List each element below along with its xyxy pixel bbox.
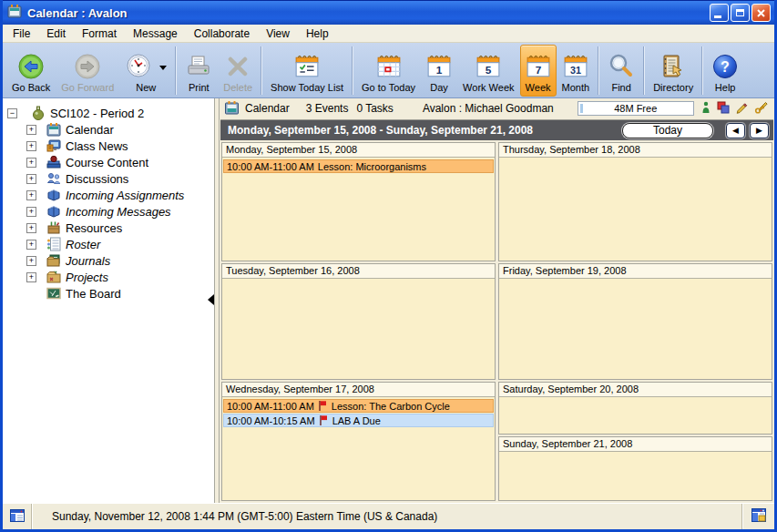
application-window: Calendar : Avalon File Edit Format Messa… <box>0 0 777 532</box>
sidebar-item-projects[interactable]: + Projects <box>3 269 214 285</box>
close-button[interactable] <box>751 4 771 22</box>
events-count: 3 Events <box>306 102 349 115</box>
day-body[interactable] <box>499 158 772 261</box>
week-grid: Monday, September 15, 2008 10:00 AM-11:0… <box>220 140 774 503</box>
titlebar: Calendar : Avalon <box>3 0 774 25</box>
day-body[interactable]: 10:00 AM-11:00 AM Lesson: Microorganisms <box>222 158 495 261</box>
menu-file[interactable]: File <box>5 26 38 42</box>
sidebar-tree: − SCI102 - Period 2 + <box>3 98 214 503</box>
person-status-icon[interactable] <box>701 101 711 117</box>
day-body[interactable] <box>499 452 772 500</box>
key-pencil-icon[interactable] <box>754 100 769 117</box>
work-week-view-button[interactable]: 5 Work Week <box>457 45 519 97</box>
expand-toggle[interactable]: + <box>26 190 36 200</box>
week-view-button[interactable]: 7 Week <box>520 45 557 97</box>
menubar: File Edit Format Message Collaborate Vie… <box>3 25 774 43</box>
day-view-button[interactable]: 1 Day <box>421 45 457 97</box>
event[interactable]: 10:00 AM-11:00 AM Lesson: Microorganisms <box>223 159 494 173</box>
day-cell-saturday[interactable]: Saturday, September 20, 2008 <box>498 382 772 435</box>
show-today-list-button[interactable]: Show Today List <box>265 45 349 97</box>
sidebar-item-roster[interactable]: + Roster <box>3 236 214 252</box>
svg-text:1: 1 <box>436 64 443 77</box>
pencil-icon[interactable] <box>736 101 748 117</box>
event[interactable]: 10:00 AM-11:00 AM Lesson: The Carbon Cyc… <box>223 399 494 413</box>
collapse-toggle[interactable]: − <box>7 108 17 118</box>
expand-toggle[interactable]: + <box>26 158 36 168</box>
sidebar-item-incoming-messages[interactable]: + Incoming Messages <box>3 203 214 220</box>
next-week-button[interactable]: ▶ <box>750 123 769 138</box>
sidebar-item-label: Journals <box>66 254 110 268</box>
sidebar-item-journals[interactable]: + Journals <box>3 252 214 269</box>
previous-week-button[interactable]: ◀ <box>726 123 745 138</box>
menu-message[interactable]: Message <box>125 26 186 42</box>
sidebar-item-the-board[interactable]: The Board <box>3 285 214 302</box>
event[interactable]: 10:00 AM-10:15 AM LAB A Due <box>223 414 494 427</box>
books-icon <box>46 155 61 169</box>
new-button[interactable]: New <box>119 45 172 97</box>
delete-button[interactable]: Delete <box>218 45 258 97</box>
split-view-icon[interactable] <box>751 508 766 525</box>
sidebar-item-label: Roster <box>66 238 100 251</box>
toolbar-separator <box>643 46 645 95</box>
sidebar-splitter[interactable] <box>214 98 220 503</box>
help-button[interactable]: ? Help <box>706 45 744 97</box>
expand-toggle[interactable]: + <box>26 256 36 266</box>
new-dropdown-caret-icon[interactable] <box>159 66 167 74</box>
print-icon <box>185 51 212 82</box>
collapse-sidebar-handle-icon[interactable] <box>208 294 214 305</box>
sidebar-item-course-content[interactable]: + Course Content <box>3 154 214 170</box>
menu-help[interactable]: Help <box>298 26 337 42</box>
sidebar-item-incoming-assignments[interactable]: + Incoming Assignments <box>3 187 214 203</box>
expand-toggle[interactable]: + <box>26 223 36 233</box>
today-button[interactable]: Today <box>622 123 713 138</box>
go-forward-button[interactable]: Go Forward <box>56 45 119 97</box>
expand-toggle[interactable]: + <box>26 141 36 151</box>
day-cell-sunday[interactable]: Sunday, September 21, 2008 <box>498 436 772 501</box>
minimize-button[interactable] <box>710 4 729 22</box>
find-button[interactable]: Find <box>602 45 640 97</box>
expand-toggle[interactable]: + <box>26 125 36 135</box>
day-cell-wednesday[interactable]: Wednesday, September 17, 2008 10:00 AM-1… <box>221 382 496 501</box>
inbox-book-icon <box>46 188 61 202</box>
expand-toggle[interactable]: + <box>26 174 36 184</box>
inbox-book-icon <box>46 204 61 219</box>
close-icon <box>756 8 766 18</box>
sidebar-item-resources[interactable]: + Resources <box>3 220 214 236</box>
month-view-button[interactable]: 31 Month <box>557 45 596 97</box>
day-cell-friday[interactable]: Friday, September 19, 2008 <box>498 263 772 380</box>
sidebar-item-label: Projects <box>66 271 108 284</box>
sidebar-item-discussions[interactable]: + Discussions <box>3 170 214 187</box>
day-cell-monday[interactable]: Monday, September 15, 2008 10:00 AM-11:0… <box>221 142 496 261</box>
today-list-icon <box>294 51 320 82</box>
menu-edit[interactable]: Edit <box>38 26 74 42</box>
go-back-button[interactable]: Go Back <box>6 45 56 97</box>
day-body[interactable] <box>499 279 772 379</box>
expand-toggle[interactable]: + <box>26 240 36 250</box>
app-calendar-icon <box>7 4 22 22</box>
menu-collaborate[interactable]: Collaborate <box>186 26 258 42</box>
month-view-icon: 31 <box>563 51 588 82</box>
menu-format[interactable]: Format <box>74 26 125 42</box>
day-body[interactable] <box>222 279 495 379</box>
sidebar-item-calendar[interactable]: + Calendar <box>3 121 214 138</box>
maximize-button[interactable] <box>731 4 750 22</box>
sidebar-item-label: Discussions <box>66 172 128 186</box>
sidebar-item-class-news[interactable]: + Class News <box>3 138 214 154</box>
delete-icon <box>224 51 251 82</box>
panel-title: Calendar <box>245 102 290 115</box>
sidebar-item-label: SCI102 - Period 2 <box>50 107 144 120</box>
toolbar-separator <box>701 46 703 95</box>
window-pane-icon <box>10 509 25 525</box>
sidebar-item-course-root[interactable]: − SCI102 - Period 2 <box>3 105 214 121</box>
menu-view[interactable]: View <box>258 26 298 42</box>
layers-icon[interactable] <box>717 101 730 117</box>
expand-toggle[interactable]: + <box>26 207 36 217</box>
day-body[interactable]: 10:00 AM-11:00 AM Lesson: The Carbon Cyc… <box>222 397 495 500</box>
day-body[interactable] <box>499 397 772 434</box>
day-cell-tuesday[interactable]: Tuesday, September 16, 2008 <box>221 263 496 380</box>
print-button[interactable]: Print <box>179 45 218 97</box>
directory-button[interactable]: Directory <box>648 45 699 97</box>
day-cell-thursday[interactable]: Thursday, September 18, 2008 <box>498 142 772 261</box>
go-to-today-button[interactable]: Go to Today <box>356 45 421 97</box>
expand-toggle[interactable]: + <box>26 272 36 282</box>
